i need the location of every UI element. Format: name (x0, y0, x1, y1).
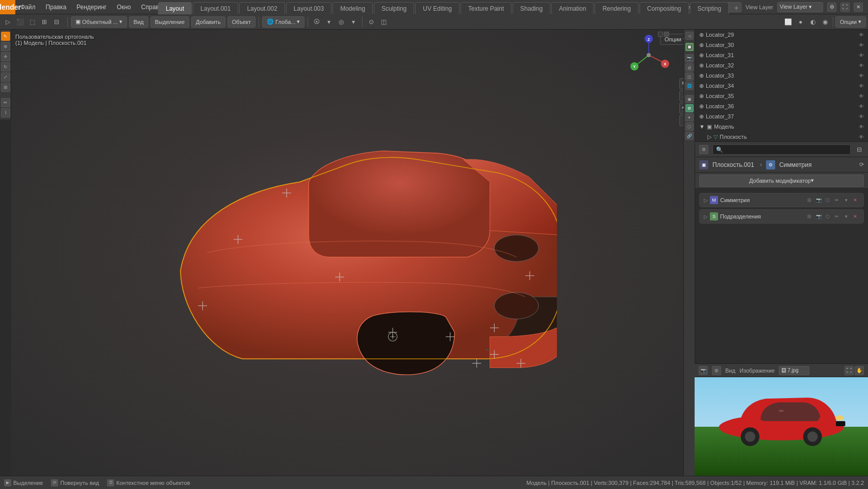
physics-icon[interactable]: ⬡ (685, 123, 694, 131)
tree-item-locator30[interactable]: ⊕ Locator_30 👁 (695, 40, 868, 50)
scene-props-icon[interactable]: 🔲 (685, 43, 694, 51)
sym-x-icon[interactable]: ✕ (851, 196, 859, 204)
tab-compositing[interactable]: Compositing (640, 2, 689, 14)
viewport-shade-2[interactable]: ● (795, 16, 806, 28)
tab-modeling[interactable]: Modeling (333, 2, 373, 14)
tree-item-plane[interactable]: ▷ ▽ Плоскость 👁 (695, 132, 868, 142)
tree-item-locator35[interactable]: ⊕ Locator_35 👁 (695, 91, 868, 101)
toolbar-icon-4[interactable]: ⊞ (39, 16, 50, 28)
tab-uv-editing[interactable]: UV Editing (415, 2, 459, 14)
toolbar-icon-5[interactable]: ⊟ (51, 16, 62, 28)
proportional-icon[interactable]: ◎ (336, 16, 347, 28)
particles-icon[interactable]: ✦ (685, 113, 694, 121)
preview-size-dropdown[interactable]: 🖼 7.jpg (779, 366, 809, 375)
sub-camera-icon[interactable]: 📷 (814, 212, 823, 221)
tree-item-model[interactable]: ▼ ▣ Модель 👁 (695, 121, 868, 132)
xray-icon[interactable]: ◫ (378, 16, 389, 28)
tab-shading[interactable]: Shading (513, 2, 550, 14)
sym-filter-icon[interactable]: ⊟ (805, 196, 813, 204)
tab-layout[interactable]: Layout (158, 2, 192, 14)
visibility-icon-7[interactable]: 👁 (859, 93, 864, 99)
add-modifier-btn[interactable]: Добавить модификатор ▾ (699, 175, 864, 187)
snap-magnet-icon[interactable]: ⦿ (311, 16, 322, 28)
sym-down-icon[interactable]: ▾ (842, 196, 850, 204)
props-panel-icon[interactable]: ⚙ (699, 145, 708, 154)
expand-all-icon[interactable]: ⟳ (859, 161, 864, 168)
tab-rendering[interactable]: Rendering (595, 2, 638, 14)
preview-hand-icon[interactable]: ✋ (855, 366, 864, 375)
modifier-props-icon[interactable]: ⚙ (685, 104, 694, 112)
panel-toggle-btn[interactable]: ◁ (685, 32, 694, 40)
tab-layout002[interactable]: Layout.002 (239, 2, 285, 14)
orientation-gizmo[interactable]: Z Y X (628, 35, 667, 73)
tree-item-locator31[interactable]: ⊕ Locator_31 👁 (695, 50, 868, 60)
tab-animation[interactable]: Animation (551, 2, 594, 14)
tab-layout003[interactable]: Layout.003 (286, 2, 331, 14)
tree-item-locator34[interactable]: ⊕ Locator_34 👁 (695, 81, 868, 91)
toolbar-icon-3[interactable]: ⬚ (27, 16, 38, 28)
tree-item-locator33[interactable]: ⊕ Locator_33 👁 (695, 70, 868, 81)
toolbar-icon-2[interactable]: ⬛ (14, 16, 25, 28)
viewport-shade-4[interactable]: ◉ (820, 16, 831, 28)
props-search[interactable] (712, 144, 851, 155)
output-props-icon[interactable]: 🖨 (685, 63, 694, 71)
sym-render-icon[interactable]: ⬡ (824, 196, 832, 204)
viewport-shade-3[interactable]: ◐ (807, 16, 819, 28)
view-menu-btn[interactable]: Вид (129, 16, 148, 28)
tab-sculpting[interactable]: Sculpting (374, 2, 414, 14)
props-filter-btn[interactable]: ⊟ (855, 145, 864, 154)
view-layer-props-icon[interactable]: ◫ (685, 72, 694, 81)
3d-viewport[interactable]: Пользовательская ортогональ (1) Модель |… (11, 30, 695, 476)
visibility-icon-model[interactable]: 👁 (859, 124, 864, 130)
menu-window[interactable]: Окно (112, 0, 136, 14)
rotate-tool[interactable]: ↻ (1, 62, 10, 71)
sub-down-icon[interactable]: ▾ (842, 212, 850, 221)
visibility-icon-9[interactable]: 👁 (859, 114, 864, 119)
cursor-tool[interactable]: ⊕ (1, 42, 10, 51)
add-menu-btn[interactable]: Добавить (191, 16, 225, 28)
menu-edit[interactable]: Правка (41, 0, 72, 14)
object-props-icon[interactable]: ▣ (685, 95, 694, 103)
sub-x-icon[interactable]: ✕ (851, 212, 859, 221)
visibility-icon-2[interactable]: 👁 (859, 42, 864, 48)
sym-camera-icon[interactable]: 📷 (814, 196, 823, 204)
sym-edit-icon[interactable]: ✏ (833, 196, 841, 204)
sub-edit-icon[interactable]: ✏ (833, 212, 841, 221)
render-props-icon[interactable]: 📷 (685, 54, 694, 62)
mode-dropdown[interactable]: ▣ Объектный ... ▾ (71, 16, 127, 28)
scale-tool[interactable]: ⤢ (1, 72, 10, 82)
visibility-icon-5[interactable]: 👁 (859, 73, 864, 79)
selection-menu-btn[interactable]: Выделение (150, 16, 189, 28)
transform-dropdown[interactable]: 🌐 Глоба... ▾ (262, 16, 304, 28)
tree-item-locator29[interactable]: ⊕ Locator_29 👁 (695, 30, 868, 40)
show-overlay-icon[interactable]: ⊙ (366, 16, 377, 28)
prop-dropdown[interactable]: ▾ (348, 16, 359, 28)
tree-item-locator32[interactable]: ⊕ Locator_32 👁 (695, 60, 868, 70)
move-tool[interactable]: ✛ (1, 52, 10, 61)
constraints-icon[interactable]: 🔗 (685, 132, 694, 140)
preview-icon-btn-2[interactable]: ⊞ (712, 366, 721, 375)
visibility-icon[interactable]: 👁 (859, 32, 864, 38)
select-tool[interactable]: ↖ (1, 32, 10, 41)
visibility-icon-6[interactable]: 👁 (859, 83, 864, 89)
modifier-subdivision-header[interactable]: ▷ S Подразделения ⊟ 📷 ⬡ ✏ ▾ ✕ (700, 210, 863, 223)
world-props-icon[interactable]: 🌐 (685, 82, 694, 90)
preview-expand-icon[interactable]: ⛶ (845, 366, 854, 375)
visibility-icon-8[interactable]: 👁 (859, 104, 864, 109)
annotate-tool[interactable]: ✏ (1, 98, 10, 107)
tab-layout001[interactable]: Layout.001 (193, 2, 238, 14)
options-btn[interactable]: Опции ▾ (835, 16, 866, 28)
menu-file[interactable]: Файл (15, 0, 41, 14)
tree-item-locator37[interactable]: ⊕ Locator_37 👁 (695, 111, 868, 121)
viewport-shade-1[interactable]: ⬜ (783, 16, 794, 28)
visibility-icon-plane[interactable]: 👁 (859, 134, 864, 140)
tree-item-locator36[interactable]: ⊕ Locator_36 👁 (695, 101, 868, 111)
object-menu-btn[interactable]: Объект (227, 16, 256, 28)
measure-tool[interactable]: ⌇ (1, 108, 10, 117)
viewport-canvas[interactable]: Пользовательская ортогональ (1) Модель |… (11, 30, 695, 476)
snap-dropdown[interactable]: ▾ (323, 16, 335, 28)
visibility-icon-3[interactable]: 👁 (859, 53, 864, 58)
modifier-symmetry-header[interactable]: ▷ M Симметрия ⊟ 📷 ⬡ ✏ ▾ ✕ (700, 193, 863, 207)
sub-render-icon[interactable]: ⬡ (824, 212, 832, 221)
sub-filter-icon[interactable]: ⊟ (805, 212, 813, 221)
